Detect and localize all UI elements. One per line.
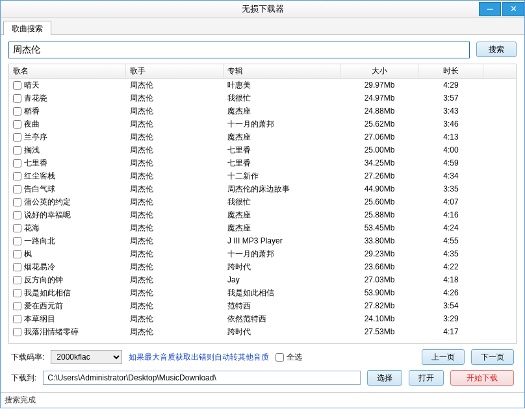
row-checkbox[interactable]: [13, 250, 21, 258]
next-page-button[interactable]: 下一页: [471, 349, 514, 365]
cell-size: 29.23Mb: [340, 249, 418, 259]
table-row[interactable]: 本草纲目周杰伦依然范特西24.10Mb3:29: [9, 312, 516, 325]
cell-name: 七里香: [24, 158, 47, 169]
minimize-button[interactable]: ─: [479, 2, 501, 16]
col-album[interactable]: 专辑: [224, 64, 340, 78]
cell-size: 24.10Mb: [340, 314, 418, 324]
cell-artist: 周杰伦: [126, 209, 224, 221]
table-row[interactable]: 青花瓷周杰伦我很忙24.97Mb3:57: [9, 92, 516, 105]
cell-duration: 4:07: [418, 197, 483, 207]
col-duration[interactable]: 时长: [418, 64, 483, 78]
start-download-button[interactable]: 开始下载: [450, 370, 514, 386]
cell-name: 爱在西元前: [24, 301, 63, 312]
cell-name: 搁浅: [24, 145, 40, 156]
select-all-label: 全选: [287, 352, 302, 363]
download-path-input[interactable]: [43, 371, 361, 385]
table-row[interactable]: 红尘客栈周杰伦十二新作27.26Mb4:34: [9, 169, 516, 182]
table-row[interactable]: 反方向的钟周杰伦Jay27.03Mb4:18: [9, 273, 516, 286]
table-row[interactable]: 七里香周杰伦七里香34.25Mb4:59: [9, 156, 516, 169]
bitrate-select[interactable]: 2000kflac: [51, 350, 122, 364]
bitrate-hint: 如果最大音质获取出错则自动转其他音质: [129, 352, 269, 363]
table-row[interactable]: 兰亭序周杰伦魔杰座27.06Mb4:13: [9, 130, 516, 143]
cell-duration: 4:18: [418, 275, 483, 285]
cell-name: 说好的幸福呢: [24, 210, 71, 221]
cell-album: J III MP3 Player: [224, 236, 340, 246]
table-row[interactable]: 搁浅周杰伦七里香25.00Mb4:00: [9, 143, 516, 156]
search-button[interactable]: 搜索: [476, 42, 517, 57]
choose-path-button[interactable]: 选择: [367, 370, 402, 386]
row-checkbox[interactable]: [13, 120, 21, 129]
row-checkbox[interactable]: [13, 198, 21, 206]
row-checkbox[interactable]: [13, 263, 21, 271]
cell-name: 稻香: [24, 106, 40, 117]
cell-album: 我是如此相信: [224, 287, 340, 299]
cell-artist: 周杰伦: [126, 248, 224, 260]
cell-artist: 周杰伦: [126, 326, 224, 338]
row-checkbox[interactable]: [13, 328, 21, 336]
open-path-button[interactable]: 打开: [409, 370, 444, 386]
cell-album: 我很忙: [224, 196, 340, 208]
cell-size: 24.88Mb: [340, 106, 418, 116]
cell-duration: 3:46: [418, 119, 483, 129]
cell-artist: 周杰伦: [126, 183, 224, 195]
tab-song-search[interactable]: 歌曲搜索: [3, 21, 51, 35]
table-row[interactable]: 稻香周杰伦魔杰座24.88Mb3:43: [9, 105, 516, 117]
cell-duration: 3:35: [418, 184, 483, 194]
minimize-icon: ─: [487, 4, 493, 14]
table-row[interactable]: 烟花易冷周杰伦跨时代23.66Mb4:22: [9, 260, 516, 273]
table-row[interactable]: 告白气球周杰伦周杰伦的床边故事44.90Mb3:35: [9, 182, 516, 195]
cell-album: 魔杰座: [224, 209, 340, 221]
close-button[interactable]: ✕: [502, 2, 524, 16]
cell-duration: 4:16: [418, 210, 483, 220]
row-checkbox[interactable]: [13, 146, 21, 154]
cell-album: 七里香: [224, 157, 340, 169]
bitrate-label: 下载码率:: [11, 352, 44, 363]
cell-album: 十一月的萧邦: [224, 118, 340, 130]
cell-size: 27.03Mb: [340, 275, 418, 285]
cell-album: 十二新作: [224, 170, 340, 182]
table-row[interactable]: 枫周杰伦十一月的萧邦29.23Mb4:35: [9, 247, 516, 260]
col-size[interactable]: 大小: [340, 64, 418, 78]
row-checkbox[interactable]: [13, 107, 21, 116]
cell-artist: 周杰伦: [126, 313, 224, 325]
select-all-wrap[interactable]: 全选: [275, 352, 302, 363]
table-row[interactable]: 夜曲周杰伦十一月的萧邦25.62Mb3:46: [9, 117, 516, 130]
row-checkbox[interactable]: [13, 133, 21, 142]
cell-name: 红尘客栈: [24, 171, 55, 182]
prev-page-button[interactable]: 上一页: [422, 349, 465, 365]
row-checkbox[interactable]: [13, 211, 21, 219]
col-name[interactable]: 歌名: [9, 64, 126, 78]
table-row[interactable]: 一路向北周杰伦J III MP3 Player33.80Mb4:55: [9, 234, 516, 247]
row-checkbox[interactable]: [13, 289, 21, 297]
cell-size: 27.53Mb: [340, 327, 418, 337]
row-checkbox[interactable]: [13, 172, 21, 180]
cell-duration: 4:17: [418, 327, 483, 337]
table-row[interactable]: 我落泪情绪零碎周杰伦跨时代27.53Mb4:17: [9, 325, 516, 338]
row-checkbox[interactable]: [13, 94, 21, 103]
cell-name: 花海: [24, 223, 40, 234]
search-input[interactable]: [8, 42, 470, 58]
cell-name: 蒲公英的约定: [24, 197, 71, 208]
table-row[interactable]: 蒲公英的约定周杰伦我很忙25.60Mb4:07: [9, 195, 516, 208]
table-row[interactable]: 爱在西元前周杰伦范特西27.82Mb3:54: [9, 299, 516, 312]
table-row[interactable]: 花海周杰伦魔杰座53.45Mb4:24: [9, 221, 516, 234]
titlebar: 无损下载器 ─ ✕: [1, 1, 524, 18]
col-artist[interactable]: 歌手: [126, 64, 224, 78]
row-checkbox[interactable]: [13, 224, 21, 232]
select-all-checkbox[interactable]: [275, 353, 284, 362]
table-row[interactable]: 说好的幸福呢周杰伦魔杰座25.88Mb4:16: [9, 208, 516, 221]
cell-duration: 4:34: [418, 171, 483, 181]
cell-duration: 4:00: [418, 145, 483, 155]
cell-album: 范特西: [224, 300, 340, 312]
row-checkbox[interactable]: [13, 276, 21, 284]
table-row[interactable]: 我是如此相信周杰伦我是如此相信53.90Mb4:26: [9, 286, 516, 299]
row-checkbox[interactable]: [13, 315, 21, 323]
cell-duration: 4:13: [418, 132, 483, 142]
row-checkbox[interactable]: [13, 237, 21, 245]
row-checkbox[interactable]: [13, 81, 21, 90]
cell-duration: 3:29: [418, 314, 483, 324]
table-row[interactable]: 晴天周杰伦叶惠美29.97Mb4:29: [9, 79, 516, 92]
row-checkbox[interactable]: [13, 185, 21, 193]
row-checkbox[interactable]: [13, 159, 21, 167]
row-checkbox[interactable]: [13, 302, 21, 310]
